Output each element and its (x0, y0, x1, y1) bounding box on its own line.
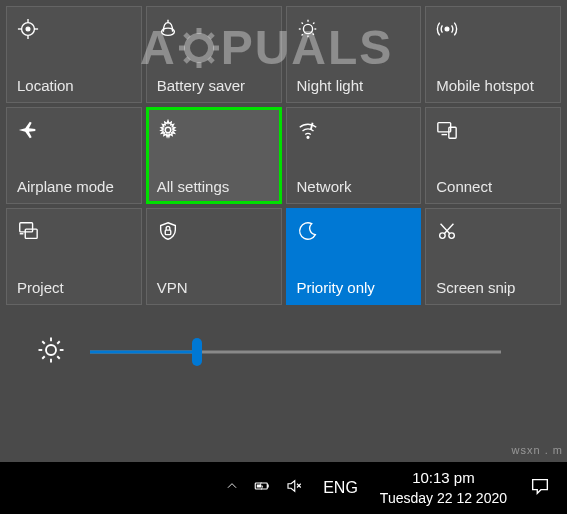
system-tray (217, 477, 311, 499)
clock-date: Tuesday 22 12 2020 (380, 489, 507, 508)
svg-line-46 (57, 356, 60, 359)
tile-airplane-mode[interactable]: Airplane mode (6, 107, 142, 204)
project-screen-icon (17, 219, 41, 243)
settings-gear-icon (157, 118, 181, 142)
svg-point-40 (46, 345, 56, 355)
tile-label: Screen snip (436, 279, 550, 296)
tile-label: Battery saver (157, 77, 271, 94)
notification-bubble-icon (529, 483, 551, 500)
screen-snip-icon (436, 219, 460, 243)
svg-rect-33 (25, 229, 37, 238)
svg-line-45 (42, 341, 45, 344)
svg-point-26 (445, 27, 449, 31)
svg-point-28 (307, 136, 309, 138)
mobile-hotspot-icon (436, 17, 460, 41)
battery-tray-icon[interactable] (253, 477, 271, 499)
svg-point-10 (26, 27, 30, 31)
tile-location[interactable]: Location (6, 6, 142, 103)
taskbar: ENG 10:13 pm Tuesday 22 12 2020 (0, 462, 567, 514)
brightness-control (6, 305, 561, 403)
tile-mobile-hotspot[interactable]: Mobile hotspot (425, 6, 561, 103)
tile-screen-snip[interactable]: Screen snip (425, 208, 561, 305)
tile-night-light[interactable]: Night light (286, 6, 422, 103)
svg-point-27 (165, 127, 171, 133)
svg-line-25 (301, 34, 303, 36)
corner-watermark: wsxn . m (512, 444, 563, 456)
tile-label: Night light (297, 77, 411, 94)
tile-label: Priority only (297, 279, 411, 296)
moon-icon (297, 219, 321, 243)
brightness-slider[interactable] (90, 340, 501, 364)
notifications-button[interactable] (519, 475, 561, 501)
svg-rect-31 (449, 127, 456, 138)
svg-line-24 (312, 23, 314, 25)
tile-label: Network (297, 178, 411, 195)
tile-vpn[interactable]: VPN (146, 208, 282, 305)
tile-battery-saver[interactable]: Battery saver (146, 6, 282, 103)
svg-line-48 (42, 356, 45, 359)
connect-devices-icon (436, 118, 460, 142)
tile-label: Project (17, 279, 131, 296)
svg-rect-50 (267, 485, 269, 488)
network-wifi-icon (297, 118, 321, 142)
airplane-icon (17, 118, 41, 142)
quick-actions-grid: Location Battery saver Night light Mobil… (6, 6, 561, 305)
location-icon (17, 17, 41, 41)
slider-thumb[interactable] (192, 338, 202, 366)
svg-rect-35 (165, 230, 171, 235)
volume-muted-tray-icon[interactable] (285, 477, 303, 499)
tile-label: Connect (436, 178, 550, 195)
tile-all-settings[interactable]: All settings (146, 107, 282, 204)
taskbar-clock[interactable]: 10:13 pm Tuesday 22 12 2020 (370, 468, 517, 507)
tile-label: Airplane mode (17, 178, 131, 195)
tile-label: Location (17, 77, 131, 94)
brightness-icon (36, 335, 66, 369)
tile-network[interactable]: Network (286, 107, 422, 204)
vpn-shield-icon (157, 219, 181, 243)
svg-rect-32 (20, 223, 33, 232)
language-indicator[interactable]: ENG (313, 479, 368, 497)
tile-priority-only[interactable]: Priority only (286, 208, 422, 305)
tile-label: Mobile hotspot (436, 77, 550, 94)
svg-line-22 (301, 23, 303, 25)
tile-connect[interactable]: Connect (425, 107, 561, 204)
svg-line-47 (57, 341, 60, 344)
battery-saver-icon (157, 17, 181, 41)
tile-label: All settings (157, 178, 271, 195)
tile-project[interactable]: Project (6, 208, 142, 305)
svg-line-23 (312, 34, 314, 36)
tray-overflow-chevron-icon[interactable] (225, 479, 239, 497)
svg-point-17 (303, 24, 312, 33)
night-light-icon (297, 17, 321, 41)
tile-label: VPN (157, 279, 271, 296)
clock-time: 10:13 pm (380, 468, 507, 488)
